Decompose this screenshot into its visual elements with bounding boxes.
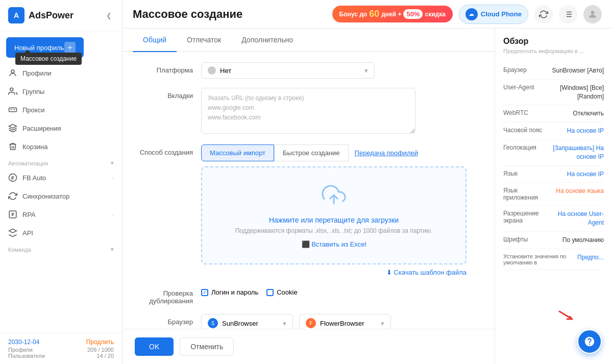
tabs-bar: Общий Отпечаток Дополнительно [123, 29, 495, 52]
sidebar-item-profiles[interactable]: Профили [0, 64, 122, 82]
overview-key-defaults: Установите значения по умолчанию в [503, 253, 570, 265]
arrow-right-icon: › [112, 175, 114, 181]
cloud-phone-label: Cloud Phone [481, 10, 522, 18]
overview-row-browser: Браузер SunBrowser [Авто] [503, 62, 604, 80]
overview-val-timezone: На основе IP [567, 127, 604, 135]
quick-create-button[interactable]: Быстрое создание [274, 144, 349, 161]
profiles-stat-label: Профили [8, 347, 33, 353]
team-section-header: Команда ▾ [0, 242, 122, 255]
list-icon-button[interactable] [559, 5, 577, 23]
overview-row-geo: Геолокация [Запрашивать] На основе IP [503, 140, 604, 166]
fb-auto-icon [8, 173, 17, 182]
tab-general[interactable]: Общий [133, 29, 177, 52]
overview-row-fonts: Шрифты По умолчанию [503, 232, 604, 249]
user-avatar[interactable] [583, 5, 602, 23]
profiles-label: Профили [22, 69, 52, 77]
sidebar-item-proxy[interactable]: Прокси [0, 101, 122, 119]
sunbrowser-icon: S [208, 318, 218, 328]
overview-key-resolution: Разрешение экрана [503, 210, 544, 224]
proxy-label: Прокси [22, 106, 44, 114]
overview-val-browser: SunBrowser [Авто] [552, 66, 604, 75]
sunbrowser-label: SunBrowser [222, 320, 258, 327]
insert-excel-button[interactable]: ⬛ Вставить из Excel [212, 240, 455, 248]
tab-fingerprint[interactable]: Отпечаток [177, 29, 231, 52]
collapse-button[interactable]: ❮ [104, 10, 114, 20]
logo-icon: A [8, 7, 25, 23]
sunbrowser-select[interactable]: S SunBrowser ▾ [201, 314, 293, 329]
renew-link[interactable]: Продлить [86, 338, 114, 346]
platform-label: Платформа [135, 62, 201, 74]
sidebar-item-api[interactable]: API [0, 224, 122, 242]
rpa-icon [8, 210, 17, 219]
creation-method-label: Способ создания [135, 144, 201, 156]
login-password-checkbox[interactable]: Логин и пароль [201, 288, 258, 296]
refresh-icon-button[interactable] [534, 5, 553, 23]
platform-select[interactable]: Нет ▾ [201, 62, 375, 79]
sidebar-item-rpa[interactable]: RPA › [0, 205, 122, 224]
form-footer: OK Отменить [123, 329, 495, 364]
sunbrowser-chevron: ▾ [283, 320, 286, 327]
sidebar-item-sync[interactable]: Синхронизатор [0, 187, 122, 205]
proxy-icon [8, 105, 17, 114]
support-fab-button[interactable] [577, 329, 602, 354]
groups-label: Группы [22, 88, 44, 95]
cloud-phone-icon: ☁ [466, 8, 478, 20]
sidebar-item-trash[interactable]: Корзина [0, 137, 122, 156]
svg-point-1 [10, 88, 13, 91]
cloud-phone-button[interactable]: ☁ Cloud Phone [459, 5, 528, 24]
overview-val-defaults[interactable]: Предпо... [577, 253, 604, 262]
ok-button[interactable]: OK [135, 337, 174, 356]
cancel-button[interactable]: Отменить [180, 337, 234, 356]
overview-title: Обзор [503, 37, 604, 46]
sidebar-item-fb-auto[interactable]: FB Auto › [0, 168, 122, 187]
sync-icon [8, 191, 17, 201]
overview-row-timezone: Часовой пояс На основе IP [503, 123, 604, 140]
svg-point-11 [591, 11, 595, 14]
upload-cloud-icon [212, 183, 455, 212]
sidebar-item-groups[interactable]: Группы [0, 82, 122, 101]
content-area: Общий Отпечаток Дополнительно Платформа … [123, 29, 612, 364]
promo-banner[interactable]: Бонус до 60 дней + 50% скидка [332, 6, 453, 22]
mass-import-button[interactable]: Массовый импорт [201, 144, 274, 161]
sidebar-item-extensions[interactable]: Расширения [0, 119, 122, 137]
overview-val-resolution: На основе User-Agent [544, 210, 604, 227]
flowerbrowser-select[interactable]: F FlowerBrowser ▾ [299, 314, 391, 329]
tabs-textarea[interactable]: Указать URL (по одному в строке) www.goo… [201, 88, 415, 134]
footer-users: Пользователи 14 / 20 [8, 353, 114, 359]
promo-discount: 50% [403, 9, 423, 19]
tab-additional[interactable]: Дополнительно [231, 29, 303, 52]
extensions-label: Расширения [22, 125, 61, 132]
trash-label: Корзина [22, 143, 48, 151]
arrow-right-icon2: › [112, 212, 114, 217]
chevron-down-icon2: ▾ [111, 246, 114, 253]
duplicate-check-control: Логин и пароль Cookie [201, 285, 482, 296]
plus-icon: ＋ [64, 42, 76, 53]
promo-days: 60 [369, 9, 379, 19]
overview-key-webrtc: WebRTC [503, 109, 544, 116]
footer-stats: Профили 209 / 1000 [8, 347, 114, 353]
upload-area[interactable]: Нажмите или перетащите для загрузки Подд… [201, 166, 467, 264]
overview-row-applang: Язык приложения На основе языка [503, 183, 604, 206]
creation-method-row: Способ создания Массовый импорт Быстрое … [135, 144, 482, 276]
tabs-field-label: Вкладки [135, 88, 201, 100]
overview-val-geo: [Запрашивать] На основе IP [544, 144, 604, 161]
avatar-icon [587, 9, 598, 19]
browser-control: S SunBrowser ▾ F FlowerBrowser ▾ [201, 314, 482, 329]
creation-method-control: Массовый импорт Быстрое создание Передач… [201, 144, 482, 276]
overview-val-lang: На основе IP [567, 170, 604, 179]
transfer-profiles-button[interactable]: Передача профилей [349, 144, 424, 161]
overview-key-lang: Язык [503, 170, 544, 177]
form-body: Платформа Нет ▾ Вкладки Указать URL (по … [123, 52, 495, 329]
cookie-checkbox[interactable]: Cookie [266, 288, 297, 296]
checkbox-row: Логин и пароль Cookie [201, 285, 482, 296]
overview-row-lang: Язык На основе IP [503, 166, 604, 183]
overview-key-geo: Геолокация [503, 144, 544, 151]
overview-val-useragent: [Windows] [Все] [Random] [544, 84, 604, 101]
download-template-link[interactable]: ⬇ Скачать шаблон файла [201, 269, 467, 276]
duplicate-check-row: Проверка дублирования Логин и пароль Coo… [135, 285, 482, 305]
chevron-down-icon3: ▾ [364, 67, 368, 75]
sidebar-header: A AdsPower ❮ [0, 0, 122, 31]
sidebar-footer: 2030-12-04 Продлить Профили 209 / 1000 П… [0, 333, 122, 364]
api-label: API [22, 229, 33, 237]
overview-val-applang: На основе языка [556, 187, 604, 196]
